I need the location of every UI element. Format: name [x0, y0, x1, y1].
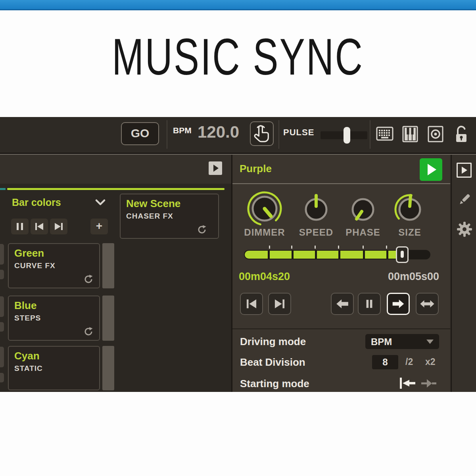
- play-icon: [420, 158, 442, 181]
- arrow-right-icon: [388, 294, 409, 314]
- beat-division-value[interactable]: 8: [372, 355, 398, 369]
- progress-tick: [338, 246, 339, 249]
- clipped-card-edge: [0, 322, 4, 332]
- add-scene-button[interactable]: +: [90, 219, 108, 234]
- toolbar: GO BPM 120.0 PULSE: [0, 117, 476, 154]
- scene-type: STATIC: [14, 364, 43, 373]
- starting-mode-label: Starting mode: [240, 378, 309, 390]
- arrow-left-icon: [332, 294, 353, 314]
- group-pause-button[interactable]: [11, 219, 29, 234]
- progress-segment: [317, 251, 338, 259]
- scene-card-new-scene[interactable]: New Scene CHASER FX: [120, 194, 219, 239]
- keyboard-shortcuts-button[interactable]: [376, 127, 393, 142]
- group-previous-button[interactable]: [31, 219, 48, 234]
- loop-icon: [197, 225, 207, 236]
- group-collapse-button[interactable]: [95, 199, 106, 207]
- record-icon: [428, 126, 443, 142]
- teal-marker: [0, 188, 6, 190]
- go-button[interactable]: GO: [121, 122, 159, 145]
- dimmer-knob[interactable]: [245, 188, 284, 229]
- scene-list-panel: Bar colors +: [0, 155, 231, 392]
- group-next-button[interactable]: [50, 219, 67, 234]
- pencil-icon: [457, 193, 471, 207]
- keyboard-icon: [376, 127, 393, 141]
- caret-down-icon: [426, 340, 434, 344]
- size-knob[interactable]: [390, 189, 430, 230]
- size-label: SIZE: [382, 227, 438, 238]
- sidebar-tab-edit[interactable]: [457, 193, 471, 209]
- scene-type: CHASER FX: [126, 212, 173, 221]
- timeline-handle[interactable]: [396, 246, 409, 263]
- top-blue-bar: [0, 0, 476, 10]
- pause-button[interactable]: [358, 293, 381, 315]
- sidebar-tab-settings[interactable]: [457, 221, 472, 239]
- tap-tempo-button[interactable]: [250, 121, 274, 146]
- divide-by-2-button[interactable]: /2: [405, 357, 413, 367]
- scene-card-drag-handle[interactable]: [102, 296, 114, 341]
- toolbar-divider: [370, 120, 370, 149]
- scene-card-drag-handle[interactable]: [102, 346, 114, 390]
- play-forward-button[interactable]: [387, 293, 410, 315]
- driving-mode-label: Driving mode: [240, 336, 306, 348]
- timeline-handle-grip: [401, 251, 404, 258]
- play-icon: [458, 164, 470, 177]
- panel-play-button[interactable]: [209, 161, 222, 175]
- progress-segment: [340, 251, 363, 259]
- sidebar-tab-live[interactable]: [457, 163, 472, 178]
- pulse-label: PULSE: [283, 127, 314, 138]
- scene-list-header: [0, 155, 231, 184]
- scene-play-button[interactable]: [420, 158, 442, 181]
- audio-record-button[interactable]: [428, 126, 443, 144]
- progress-tick: [269, 246, 270, 249]
- skip-back-icon: [241, 294, 262, 314]
- scene-name: Blue: [14, 299, 36, 312]
- toolbar-divider: [278, 120, 279, 149]
- start-from-position-button[interactable]: [420, 377, 437, 391]
- progress-tick: [291, 246, 292, 249]
- pulse-slider[interactable]: [321, 131, 367, 139]
- progress-tick: [363, 246, 364, 249]
- multiply-by-2-button[interactable]: x2: [425, 357, 436, 367]
- scene-card-blue[interactable]: Blue STEPS: [8, 296, 100, 341]
- group-bar-colors-label: Bar colors: [12, 197, 61, 208]
- pause-icon: [359, 294, 380, 314]
- scene-name: Cyan: [14, 350, 40, 362]
- skip-forward-icon: [50, 219, 67, 234]
- lock-button[interactable]: [455, 125, 468, 145]
- double-arrow-icon: [416, 294, 438, 314]
- bounce-mode-button[interactable]: [416, 293, 439, 315]
- play-backward-button[interactable]: [331, 293, 354, 315]
- clipped-card-edge: [0, 347, 4, 367]
- chevron-down-icon: [95, 199, 106, 205]
- lock-open-icon: [455, 125, 468, 143]
- right-sidebar: [451, 155, 476, 392]
- pulse-slider-handle[interactable]: [344, 127, 350, 144]
- phase-knob[interactable]: [343, 189, 383, 230]
- scene-card-drag-handle[interactable]: [102, 243, 114, 288]
- progress-segment: [294, 251, 315, 259]
- midi-piano-button[interactable]: [402, 126, 418, 144]
- piano-icon: [402, 126, 418, 142]
- scene-card-cyan[interactable]: Cyan STATIC: [8, 346, 100, 390]
- loop-icon: [83, 326, 94, 338]
- skip-end-button[interactable]: [268, 293, 291, 315]
- start-from-beginning-button[interactable]: [399, 377, 416, 391]
- scene-card-green[interactable]: Green CURVE FX: [8, 243, 100, 288]
- skip-start-button[interactable]: [240, 293, 263, 315]
- driving-mode-dropdown[interactable]: BPM: [365, 334, 439, 349]
- section-divider: [232, 328, 450, 329]
- tap-finger-icon: [251, 122, 273, 145]
- scene-editor-panel: Purple: [232, 155, 450, 392]
- speed-knob[interactable]: [296, 189, 336, 230]
- progress-segment: [245, 251, 268, 259]
- clipped-card-edge: [0, 244, 4, 265]
- time-total: 00m05s00: [388, 271, 439, 283]
- pause-icon: [11, 219, 29, 234]
- progress-segment: [270, 251, 292, 259]
- start-marker-icon: [399, 377, 416, 390]
- bpm-label: BPM: [173, 126, 192, 135]
- clipped-card-edge: [0, 296, 4, 317]
- scene-type: CURVE FX: [14, 261, 56, 270]
- page-title: MUSIC SYNC: [0, 27, 476, 82]
- loop-icon: [83, 274, 94, 286]
